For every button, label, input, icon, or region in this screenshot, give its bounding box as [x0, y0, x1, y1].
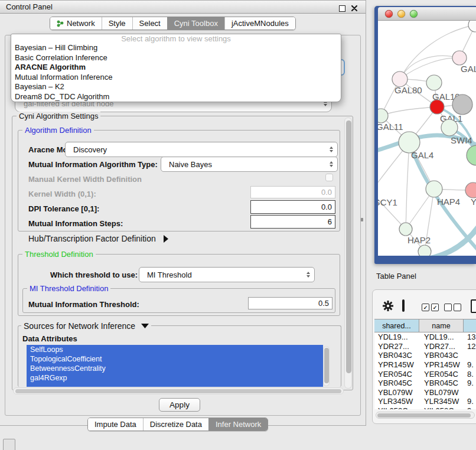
- settings-hscrollbar[interactable]: [13, 387, 344, 394]
- gear-icon[interactable]: [382, 300, 394, 314]
- which-threshold-combo[interactable]: MI Threshold: [139, 267, 315, 282]
- algorithm-option[interactable]: ARACNE Algorithm: [11, 63, 341, 73]
- mi-threshold-field[interactable]: 0.5: [248, 297, 332, 309]
- close-traffic-light-icon[interactable]: [385, 10, 393, 18]
- tab-label: Impute Data: [94, 420, 136, 429]
- column-header-shared-name[interactable]: shared...: [374, 319, 419, 332]
- panel-divider-handle[interactable]: [361, 218, 363, 221]
- table-cell: YIL052C: [374, 406, 419, 409]
- dpi-tolerance-label: DPI Tolerance [0,1]:: [28, 204, 99, 213]
- settings-scrollbar[interactable]: [344, 118, 352, 389]
- close-icon[interactable]: [351, 3, 357, 14]
- hub-tf-definition-toggle[interactable]: Hub/Transcription Factor Definition: [28, 234, 169, 243]
- kernel-width-label: Kernel Width (0,1):: [28, 190, 96, 198]
- minimize-traffic-light-icon[interactable]: [397, 10, 405, 18]
- table-cell: 8.: [464, 370, 476, 379]
- tab-discretize-data[interactable]: Discretize Data: [143, 418, 208, 431]
- threshold-definition-title: Threshold Definition: [22, 250, 96, 259]
- data-attribute-item[interactable]: BetweennessCentrality: [27, 364, 323, 373]
- attributes-scrollbar[interactable]: [323, 346, 330, 386]
- manual-kernel-checkbox[interactable]: [325, 174, 333, 181]
- table-row[interactable]: YBR043CYBR043C: [374, 351, 476, 360]
- network-node-y[interactable]: [465, 182, 476, 198]
- node-label: GAL4: [411, 150, 433, 160]
- table-header: shared... name: [374, 319, 476, 332]
- network-node-swi4[interactable]: [441, 119, 458, 136]
- deselect-all-checks-icon[interactable]: [444, 304, 461, 311]
- sources-title-toggle[interactable]: Sources for Network Inference: [21, 321, 151, 331]
- table-cell: YPR145W: [419, 360, 464, 369]
- table-hscrollbar[interactable]: [376, 412, 475, 419]
- table-row[interactable]: YIL052CYIL052C9: [374, 406, 476, 409]
- apply-button[interactable]: Apply: [159, 398, 200, 412]
- tab-cyni-toolbox[interactable]: Cyni Toolbox: [167, 17, 224, 30]
- settings-hscrollbar-thumb[interactable]: [15, 389, 341, 394]
- network-node-hap4[interactable]: [426, 181, 442, 197]
- mi-steps-field[interactable]: 6: [250, 215, 335, 229]
- algorithm-option[interactable]: Bayesian – K2: [11, 82, 341, 92]
- data-attribute-item[interactable]: gal4RGexp: [27, 373, 323, 383]
- hub-tf-definition-label: Hub/Transcription Factor Definition: [28, 234, 156, 243]
- mi-threshold-value: 0.5: [318, 299, 329, 308]
- network-node[interactable]: [452, 94, 472, 115]
- algorithm-option[interactable]: Basic Correlation Inference: [11, 53, 341, 63]
- table-row[interactable]: YPR145WYPR145W9.: [374, 360, 476, 370]
- tab-impute-data[interactable]: Impute Data: [88, 418, 143, 431]
- aracne-mode-combo[interactable]: Discovery: [65, 142, 338, 157]
- table-row[interactable]: YER054CYER054C8.: [374, 369, 476, 379]
- data-attribute-item[interactable]: TopologicalCoefficient: [27, 354, 323, 364]
- network-canvas[interactable]: GALGAL80GAL10GAL1GAL11SWI4GAL4GCY1HAP4YH…: [378, 21, 476, 256]
- table-row[interactable]: YLR345WYLR345W9.: [374, 397, 476, 406]
- settings-scrollbar-thumb[interactable]: [346, 120, 351, 373]
- node-label: HAP4: [437, 197, 460, 207]
- node-label: GAL11: [378, 122, 403, 132]
- network-node[interactable]: [418, 245, 431, 256]
- algorithm-option[interactable]: Dream8 DC_TDC Algorithm: [11, 92, 341, 102]
- mi-algorithm-type-value: Naive Bayes: [169, 160, 212, 169]
- column-header-clipped[interactable]: [464, 319, 476, 332]
- data-attribute-item[interactable]: SelfLoops: [27, 345, 323, 354]
- which-threshold-value: MI Threshold: [147, 270, 192, 279]
- dpi-tolerance-field[interactable]: 0.0: [250, 200, 335, 214]
- minimized-panel-icon[interactable]: [3, 439, 15, 450]
- table-row[interactable]: YDL19...YDL19...13: [374, 332, 476, 342]
- network-node-gal1[interactable]: [430, 100, 444, 114]
- float-window-icon[interactable]: [339, 5, 345, 12]
- tab-label: jActiveMNodules: [232, 19, 289, 28]
- unchecked-box-icon: [444, 304, 452, 311]
- select-all-checks-icon[interactable]: ✓ ✓: [422, 304, 439, 311]
- table-hscrollbar-thumb[interactable]: [377, 413, 471, 418]
- table-row[interactable]: YBL079WYBL079W: [374, 388, 476, 397]
- network-node[interactable]: [468, 21, 476, 32]
- tab-infer-network[interactable]: Infer Network: [208, 418, 268, 431]
- algorithm-option[interactable]: Bayesian – Hill Climbing: [11, 43, 341, 53]
- split-columns-icon[interactable]: [402, 299, 405, 312]
- table-cell: YPR145W: [374, 360, 419, 369]
- table-cell: YDL19...: [419, 332, 464, 341]
- algorithm-dropdown-list: Bayesian – Hill ClimbingBasic Correlatio…: [11, 43, 341, 102]
- tab-select[interactable]: Select: [132, 17, 167, 30]
- tab-network[interactable]: Network: [50, 17, 102, 30]
- network-node[interactable]: [467, 145, 476, 165]
- table-cell: YDL19...: [374, 332, 419, 341]
- checked-box-icon: ✓: [422, 304, 429, 311]
- node-table: shared... name YDL19...YDL19...13YDR27..…: [374, 319, 476, 409]
- zoom-traffic-light-icon[interactable]: [410, 10, 418, 18]
- table-row[interactable]: YBR045CYBR045C9.: [374, 379, 476, 388]
- mi-algorithm-type-combo[interactable]: Naive Bayes: [161, 156, 338, 172]
- node-label: GAL: [461, 64, 476, 74]
- table-cell: 9.: [464, 379, 476, 387]
- network-node-gal10[interactable]: [426, 75, 442, 90]
- algorithm-dropdown: Select algorithm to view settings Bayesi…: [11, 34, 341, 102]
- apply-button-label: Apply: [169, 400, 190, 409]
- tab-jactivemnodules[interactable]: jActiveMNodules: [224, 17, 295, 30]
- algorithm-option[interactable]: Mutual Information Inference: [11, 73, 341, 83]
- document-icon[interactable]: [471, 299, 476, 313]
- tab-style[interactable]: Style: [102, 17, 132, 30]
- column-header-name[interactable]: name: [419, 319, 464, 332]
- network-node-hap2[interactable]: [399, 223, 412, 236]
- attributes-scrollbar-thumb[interactable]: [324, 348, 329, 383]
- network-node-gal[interactable]: [452, 51, 467, 65]
- kernel-width-field[interactable]: 0.0: [250, 186, 335, 198]
- table-row[interactable]: YDR27...YDR27...12: [374, 342, 476, 351]
